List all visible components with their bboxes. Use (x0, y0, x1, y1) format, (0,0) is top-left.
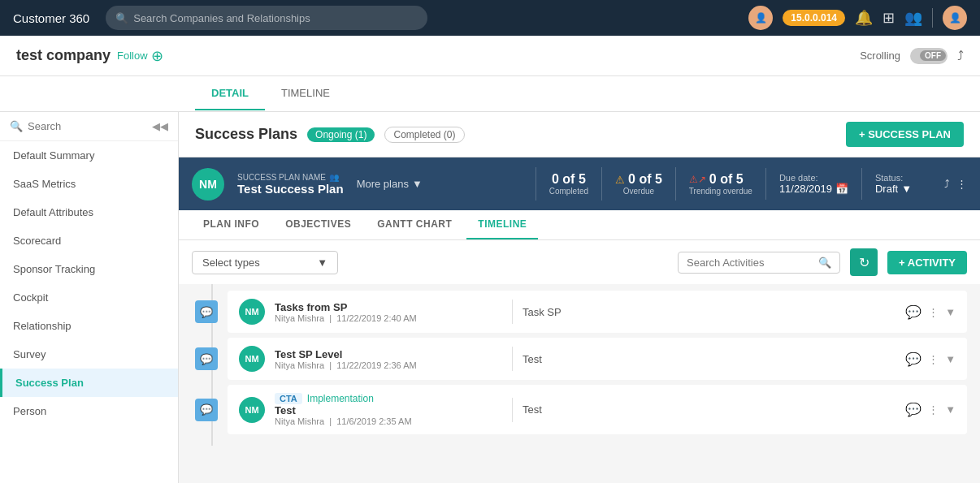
chevron-down-icon[interactable]: ▼ (945, 403, 956, 416)
sidebar-item-person[interactable]: Person (0, 397, 178, 425)
activity-description: Test (523, 403, 895, 416)
sidebar-item-label: Survey (13, 348, 46, 360)
profile-avatar[interactable]: 👤 (943, 6, 967, 30)
plan-card: NM SUCCESS PLAN NAME 👥 Test Success Plan… (179, 157, 980, 210)
plan-subtabs: PLAN INFO OBJECTIVES GANTT CHART TIMELIN… (179, 210, 980, 240)
activity-title: Tasks from SP (275, 301, 502, 313)
sidebar-item-relationship[interactable]: Relationship (0, 312, 178, 340)
comment-icon[interactable]: 💬 (905, 351, 921, 367)
chevron-down-icon[interactable]: ▼ (945, 353, 956, 365)
trending-stat: ⚠↗ 0 of 5 Trending overdue (675, 167, 765, 201)
content-area: Success Plans Ongoing (1) Completed (0) … (179, 112, 980, 483)
company-name: test company (16, 47, 111, 64)
completed-label: Completed (549, 187, 588, 196)
timeline-node: 💬 (192, 399, 221, 421)
plan-info-label: SUCCESS PLAN NAME 👥 (237, 173, 344, 182)
sidebar-item-label: Scorecard (13, 235, 61, 247)
activity-actions: 💬 ⋮ ▼ (905, 304, 956, 320)
global-search[interactable]: 🔍 (106, 6, 427, 30)
sidebar-item-sponsor-tracking[interactable]: Sponsor Tracking (0, 255, 178, 283)
scrolling-toggle[interactable]: OFF (910, 48, 947, 64)
comment-icon[interactable]: 💬 (905, 304, 921, 320)
account-icon[interactable]: 👥 (904, 9, 922, 27)
timeline-content: Select types ▼ 🔍 ↻ + ACTIVITY 💬 (179, 240, 980, 483)
group-icon: 👥 (329, 173, 339, 182)
sidebar-item-success-plan[interactable]: Success Plan (0, 369, 178, 397)
plan-actions: ⤴ ⋮ (944, 178, 967, 190)
sidebar-item-scorecard[interactable]: Scorecard (0, 226, 178, 255)
subtab-gantt-chart[interactable]: GANTT CHART (366, 210, 463, 239)
more-options-icon[interactable]: ⋮ (928, 306, 939, 318)
chevron-down-icon[interactable]: ▼ (901, 183, 912, 195)
top-nav: Customer 360 🔍 👤 15.0.0.014 🔔 ⊞ 👥 👤 (0, 0, 980, 36)
sidebar-search[interactable]: 🔍 ◀◀ (0, 112, 178, 141)
add-activity-button[interactable]: + ACTIVITY (887, 251, 967, 274)
follow-button[interactable]: Follow ⊕ (117, 47, 163, 65)
success-plans-title: Success Plans (195, 126, 297, 143)
completed-count: 0 of 5 (549, 172, 588, 187)
refresh-button[interactable]: ↻ (850, 248, 878, 276)
subtab-objectives[interactable]: OBJECTIVES (274, 210, 362, 239)
global-search-input[interactable] (133, 12, 418, 24)
activity-meta: Nitya Mishra | 11/6/2019 2:35 AM (275, 416, 502, 426)
timeline-toolbar: Select types ▼ 🔍 ↻ + ACTIVITY (179, 240, 980, 284)
more-options-icon[interactable]: ⋮ (928, 403, 939, 416)
sidebar-item-cockpit[interactable]: Cockpit (0, 283, 178, 312)
activity-divider (512, 398, 513, 422)
main-layout: 🔍 ◀◀ Default Summary SaaS Metrics Defaul… (0, 112, 980, 483)
ongoing-badge[interactable]: Ongoing (1) (307, 127, 375, 142)
plan-status: Status: Draft ▼ (861, 168, 925, 200)
comment-icon[interactable]: 💬 (905, 402, 921, 417)
scrolling-label: Scrolling (860, 50, 900, 62)
activity-title: Test (275, 404, 502, 416)
grid-icon[interactable]: ⊞ (882, 9, 895, 27)
timeline-node: 💬 (192, 347, 221, 370)
activity-meta: Nitya Mishra | 11/22/2019 2:36 AM (275, 360, 502, 370)
search-activities-input[interactable] (687, 257, 813, 269)
activity-title: Test SP Level (275, 348, 502, 360)
trending-label: Trending overdue (689, 187, 752, 196)
subtab-timeline[interactable]: TIMELINE (466, 210, 538, 239)
add-success-plan-button[interactable]: + SUCCESS PLAN (846, 122, 964, 147)
more-plans-dropdown[interactable]: More plans ▼ (357, 178, 423, 190)
due-date: Due date: 11/28/2019 📅 (765, 168, 861, 200)
search-activities[interactable]: 🔍 (678, 252, 840, 274)
table-row: 💬 NM CTA Implementation Test Nitya Mishr… (192, 385, 967, 434)
activity-title-row: CTA Implementation (275, 393, 502, 404)
chevron-down-icon[interactable]: ▼ (945, 306, 956, 318)
app-title: Customer 360 (13, 11, 89, 25)
main-tabs: DETAIL TIMELINE (0, 76, 980, 112)
activity-actions: 💬 ⋮ ▼ (905, 402, 956, 417)
status-value: Draft ▼ (875, 183, 912, 195)
calendar-icon[interactable]: 📅 (835, 183, 848, 195)
select-types-dropdown[interactable]: Select types ▼ (192, 251, 338, 274)
activity-meta: Nitya Mishra | 11/22/2019 2:40 AM (275, 313, 502, 323)
more-options-icon[interactable]: ⋮ (928, 353, 939, 365)
sidebar-item-label: Default Attributes (13, 206, 93, 218)
sidebar-item-default-summary[interactable]: Default Summary (0, 141, 178, 170)
sidebar-item-default-attributes[interactable]: Default Attributes (0, 198, 178, 226)
cta-tag: CTA (275, 393, 302, 404)
sidebar-search-input[interactable] (28, 120, 147, 132)
more-options-icon[interactable]: ⋮ (956, 178, 967, 190)
completed-stat: 0 of 5 Completed (536, 167, 601, 201)
share-icon[interactable]: ⤴ (957, 49, 964, 63)
activity-info: Test SP Level Nitya Mishra | 11/22/2019 … (275, 348, 502, 370)
share-icon[interactable]: ⤴ (944, 178, 950, 190)
subtab-plan-info[interactable]: PLAN INFO (192, 210, 271, 239)
sidebar-item-label: Sponsor Tracking (13, 263, 95, 275)
user-avatar[interactable]: 👤 (748, 6, 773, 30)
sidebar-item-label: Person (13, 405, 46, 417)
select-types-label: Select types (202, 257, 260, 269)
sidebar-item-saas-metrics[interactable]: SaaS Metrics (0, 170, 178, 198)
chevron-down-icon: ▼ (412, 178, 423, 190)
tab-detail[interactable]: DETAIL (195, 77, 265, 110)
completed-badge[interactable]: Completed (0) (384, 127, 464, 143)
sidebar-item-survey[interactable]: Survey (0, 340, 178, 369)
bell-icon[interactable]: 🔔 (855, 9, 873, 27)
tab-timeline[interactable]: TIMELINE (265, 77, 346, 110)
search-icon: 🔍 (115, 12, 128, 24)
activity-type-icon: 💬 (195, 300, 218, 323)
collapse-icon[interactable]: ◀◀ (152, 120, 168, 132)
version-badge: 15.0.0.014 (783, 10, 845, 26)
